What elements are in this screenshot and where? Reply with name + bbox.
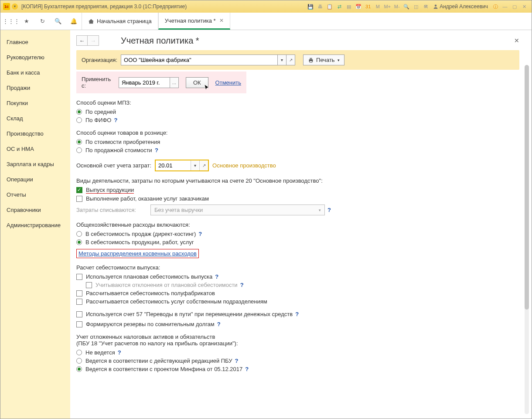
writeoff-label: Затраты списываются:	[76, 207, 150, 213]
help-icon[interactable]: ?	[240, 282, 244, 288]
check-output[interactable]: Выпуск продукции	[76, 187, 519, 194]
user-icon	[433, 4, 438, 9]
close-page-icon[interactable]: ✕	[514, 37, 519, 44]
help-icon[interactable]: ?	[198, 231, 202, 237]
help-icon[interactable]: ?	[215, 273, 218, 280]
writeoff-dropdown[interactable]: Без учета выручки▾	[150, 204, 325, 215]
check-own-services[interactable]: Рассчитывается себестоимость услуг собст…	[76, 298, 519, 305]
sidebar-item-manager[interactable]: Руководителю	[0, 50, 70, 65]
memory-m[interactable]: M	[374, 3, 382, 10]
help-icon[interactable]: ?	[245, 366, 249, 372]
tab-accounting-policy[interactable]: Учетная политика * ✕	[158, 13, 230, 30]
printer-icon	[308, 57, 314, 63]
compare-icon[interactable]: ⇄	[335, 3, 343, 10]
page-title: Учетная политика *	[121, 36, 199, 46]
apps-icon[interactable]: ⋮⋮⋮	[3, 13, 19, 30]
tabstrip: ⋮⋮⋮ ★ ↻ 🔍 🔔 Начальная страница Учетная п…	[0, 13, 532, 30]
check-semi[interactable]: Рассчитывается себестоимость полуфабрика…	[76, 290, 519, 296]
check-reserves[interactable]: Формируются резервы по сомнительным долг…	[76, 321, 519, 327]
org-label: Организация:	[82, 57, 117, 63]
svg-point-0	[435, 5, 437, 7]
print-button[interactable]: Печать ▾	[303, 55, 344, 65]
bell-icon[interactable]: 🔔	[66, 13, 82, 30]
org-open-icon[interactable]: ↗	[286, 55, 295, 65]
ok-button[interactable]: ОК	[186, 77, 208, 88]
info-icon[interactable]: ⓘ	[491, 3, 499, 10]
sidebar-item-hr[interactable]: Зарплата и кадры	[0, 157, 70, 172]
radio-mpz-fifo[interactable]: По ФИФО?	[76, 117, 519, 123]
radio-mpz-average[interactable]: По средней	[76, 109, 519, 115]
panel-icon[interactable]: ◫	[412, 3, 420, 10]
nav-forward-button[interactable]: →	[88, 35, 99, 46]
user-label[interactable]: Андрей Алексеевич	[433, 3, 488, 10]
sidebar-item-main[interactable]: Главное	[0, 34, 70, 50]
save-icon[interactable]: 💾	[307, 3, 314, 10]
help-icon[interactable]: ?	[155, 147, 158, 153]
check-deviations[interactable]: Учитываются отклонения от плановой себес…	[86, 282, 519, 288]
help-icon[interactable]: ?	[118, 349, 121, 356]
calc-icon[interactable]: ▤	[345, 3, 353, 10]
history-icon[interactable]: ↻	[34, 13, 50, 30]
app-menu-icon[interactable]: ▾	[12, 3, 18, 10]
search-icon[interactable]: 🔍	[50, 13, 66, 30]
help-icon[interactable]: ?	[327, 207, 331, 213]
sidebar-item-operations[interactable]: Операции	[0, 172, 70, 187]
maximize-icon[interactable]: ▢	[511, 3, 518, 10]
radio-overhead-prod[interactable]: В себестоимость продукции, работ, услуг	[76, 239, 519, 245]
favorite-icon[interactable]: ★	[19, 13, 34, 30]
help-icon[interactable]: ?	[295, 311, 299, 317]
radio-retail-sale[interactable]: По продажной стоимости?	[76, 147, 519, 153]
check-acc57[interactable]: Используется счет 57 "Переводы в пути" п…	[76, 311, 519, 317]
account-open-icon[interactable]: ↗	[199, 160, 208, 170]
cancel-link[interactable]: Отменить	[215, 79, 241, 86]
radio-pbu-std[interactable]: Ведется в соответствии с действующей ред…	[76, 358, 519, 364]
home-icon	[88, 18, 94, 24]
nav-back-button[interactable]: ←	[76, 35, 88, 46]
cursor-icon	[204, 84, 211, 91]
scrollbar-thumb[interactable]	[525, 65, 529, 310]
check-planned-cost[interactable]: Используется плановая себестоимость выпу…	[76, 273, 519, 280]
close-window-icon[interactable]: ✕	[520, 3, 528, 10]
account-hint: Основное производство	[212, 162, 276, 169]
org-input[interactable]	[121, 55, 278, 65]
account-dropdown-icon[interactable]: ▾	[191, 160, 199, 170]
account-input[interactable]	[156, 160, 191, 170]
tab-home[interactable]: Начальная страница	[82, 13, 158, 30]
settings-icon[interactable]: 🛠	[422, 3, 430, 10]
app-logo: 1c	[3, 3, 10, 10]
help-icon[interactable]: ?	[217, 321, 221, 327]
zoom-icon[interactable]: 🔍	[402, 3, 410, 10]
minimize-icon[interactable]: —	[501, 3, 509, 10]
scrollbar[interactable]	[525, 65, 529, 414]
sidebar-item-purchases[interactable]: Покупки	[0, 95, 70, 111]
radio-pbu-none[interactable]: Не ведется?	[76, 349, 519, 356]
radio-pbu-draft[interactable]: Ведется в соответствии с проектом Минфин…	[76, 366, 519, 372]
calendar-icon[interactable]: 📅	[355, 3, 362, 10]
sidebar: Главное Руководителю Банк и касса Продаж…	[0, 30, 70, 419]
sidebar-item-catalogs[interactable]: Справочники	[0, 202, 70, 218]
radio-overhead-direct[interactable]: В себестоимость продаж (директ-костинг)?	[76, 231, 519, 237]
tab-close-icon[interactable]: ✕	[219, 17, 224, 24]
apply-combo: …	[119, 77, 179, 88]
sidebar-item-reports[interactable]: Отчеты	[0, 187, 70, 202]
methods-link[interactable]: Методы распределения косвенных расходов	[78, 250, 197, 257]
memory-mminus[interactable]: M-	[393, 3, 401, 10]
print-icon[interactable]: 🖶	[316, 3, 324, 10]
sidebar-item-warehouse[interactable]: Склад	[0, 111, 70, 126]
sidebar-item-assets[interactable]: ОС и НМА	[0, 141, 70, 157]
apply-picker-icon[interactable]: …	[170, 77, 179, 88]
sidebar-item-bank[interactable]: Банк и касса	[0, 65, 70, 80]
memory-mplus[interactable]: M+	[383, 3, 391, 10]
cost-head: Расчет себестоимости выпуска:	[76, 264, 519, 271]
check-services[interactable]: Выполнение работ, оказание услуг заказчи…	[76, 195, 519, 202]
sidebar-item-production[interactable]: Производство	[0, 126, 70, 141]
help-icon[interactable]: ?	[114, 117, 117, 123]
sidebar-item-sales[interactable]: Продажи	[0, 80, 70, 95]
sidebar-item-admin[interactable]: Администрирование	[0, 218, 70, 233]
org-dropdown-icon[interactable]: ▾	[278, 55, 286, 65]
calendar-day-icon[interactable]: 31	[364, 3, 372, 10]
apply-input[interactable]	[119, 77, 170, 88]
radio-retail-cost[interactable]: По стоимости приобретения	[76, 139, 519, 145]
help-icon[interactable]: ?	[235, 358, 239, 364]
clipboard-icon[interactable]: 📋	[326, 3, 334, 10]
